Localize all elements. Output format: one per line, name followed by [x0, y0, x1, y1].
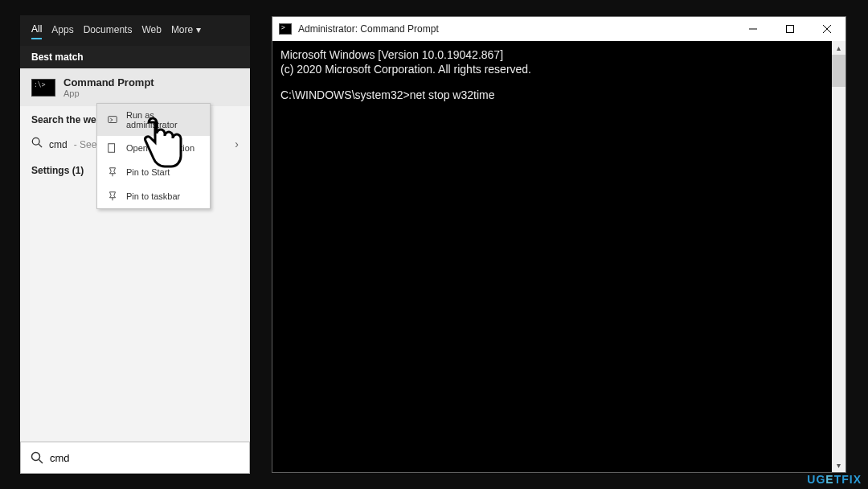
window-cmd-icon: [279, 23, 292, 35]
terminal-body[interactable]: Microsoft Windows [Version 10.0.19042.86…: [272, 41, 845, 109]
ctx-pin-to-taskbar[interactable]: Pin to taskbar: [97, 184, 210, 208]
tab-all[interactable]: All: [31, 23, 42, 39]
tab-web[interactable]: Web: [141, 24, 161, 39]
typed-command: net stop w32time: [410, 88, 495, 101]
ctx-pin-taskbar-label: Pin to taskbar: [126, 191, 180, 201]
svg-rect-5: [108, 144, 115, 153]
ctx-open-file-location[interactable]: Open file location: [97, 136, 210, 160]
scroll-thumb[interactable]: [832, 55, 845, 87]
ctx-pin-start-label: Pin to Start: [126, 167, 170, 177]
search-tabs: All Apps Documents Web More ▾: [20, 15, 250, 46]
best-match-text: Command Prompt App: [63, 76, 154, 98]
maximize-button[interactable]: [772, 17, 809, 41]
prompt-path: C:\WINDOWS\system32>: [280, 88, 410, 101]
ctx-run-as-administrator[interactable]: Run as administrator: [97, 104, 210, 136]
window-controls: [735, 17, 845, 41]
scroll-down-arrow-icon[interactable]: ▾: [832, 458, 845, 472]
tab-more[interactable]: More ▾: [171, 24, 201, 39]
tab-documents[interactable]: Documents: [84, 24, 133, 39]
search-input[interactable]: [50, 452, 240, 464]
svg-rect-9: [787, 26, 794, 33]
best-match-command-prompt[interactable]: Command Prompt App: [20, 68, 250, 106]
window-title: Administrator: Command Prompt: [298, 23, 439, 35]
titlebar-left: Administrator: Command Prompt: [279, 23, 439, 35]
svg-line-1: [39, 144, 42, 147]
vertical-scrollbar[interactable]: ▴ ▾: [832, 41, 845, 472]
svg-line-3: [39, 460, 43, 464]
tab-more-label: More: [171, 24, 193, 35]
chevron-down-icon: ▾: [196, 24, 201, 35]
command-prompt-icon: [31, 79, 55, 97]
ctx-run-admin-label: Run as administrator: [126, 110, 200, 129]
svg-point-2: [32, 453, 40, 461]
titlebar[interactable]: Administrator: Command Prompt: [272, 17, 845, 41]
windows-search-panel: All Apps Documents Web More ▾ Best match…: [20, 15, 250, 474]
search-icon: [31, 137, 43, 148]
minimize-button[interactable]: [735, 17, 772, 41]
pin-icon: [107, 191, 118, 202]
close-button[interactable]: [809, 17, 845, 41]
folder-icon: [107, 142, 118, 154]
terminal-blank: [280, 76, 837, 88]
search-icon: [31, 451, 43, 464]
command-prompt-window: Administrator: Command Prompt Microsoft …: [272, 16, 846, 473]
ctx-pin-to-start[interactable]: Pin to Start: [97, 160, 210, 184]
pin-icon: [107, 166, 118, 178]
terminal-line-1: Microsoft Windows [Version 10.0.19042.86…: [280, 47, 837, 62]
best-match-label: Best match: [20, 46, 250, 68]
scroll-up-arrow-icon[interactable]: ▴: [832, 41, 845, 55]
web-result-query: cmd: [49, 139, 68, 150]
context-menu: Run as administrator Open file location …: [96, 103, 211, 209]
tab-apps[interactable]: Apps: [51, 24, 73, 39]
ctx-open-location-label: Open file location: [126, 143, 194, 153]
app-type: App: [63, 88, 154, 98]
search-input-wrap[interactable]: [20, 442, 250, 474]
terminal-line-2: (c) 2020 Microsoft Corporation. All righ…: [280, 62, 837, 76]
watermark: UGETFIX: [807, 473, 862, 486]
web-result-left: cmd - See w: [31, 137, 106, 150]
chevron-right-icon: ›: [235, 138, 239, 150]
svg-point-0: [32, 138, 39, 145]
terminal-prompt-line: C:\WINDOWS\system32>net stop w32time: [280, 88, 837, 102]
shield-admin-icon: [107, 114, 118, 125]
app-name: Command Prompt: [63, 76, 154, 88]
